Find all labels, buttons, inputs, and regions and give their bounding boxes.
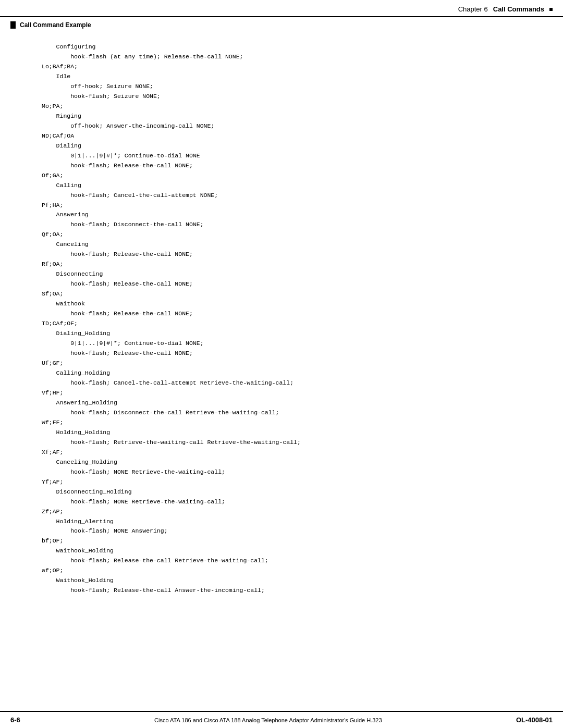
document-title: Cisco ATA 186 and Cisco ATA 188 Analog T… xyxy=(154,717,382,723)
document-number: OL-4008-01 xyxy=(516,716,553,724)
header-divider-icon xyxy=(549,8,553,11)
page-header: Chapter 6 Call Commands xyxy=(0,0,563,17)
section-title-bar: Call Command Example xyxy=(0,18,563,32)
page-container: Chapter 6 Call Commands Call Command Exa… xyxy=(0,0,563,728)
section-title: Call Command Example xyxy=(20,21,91,29)
header-title: Call Commands xyxy=(493,5,544,13)
section-marker-icon xyxy=(10,21,16,29)
page-footer: 6-6 Cisco ATA 186 and Cisco ATA 188 Anal… xyxy=(0,711,563,728)
code-block: Configuring hook-flash (at any time); Re… xyxy=(42,42,532,596)
page-number: 6-6 xyxy=(10,716,20,724)
chapter-label: Chapter 6 xyxy=(458,5,488,13)
main-content: Configuring hook-flash (at any time); Re… xyxy=(0,32,563,711)
